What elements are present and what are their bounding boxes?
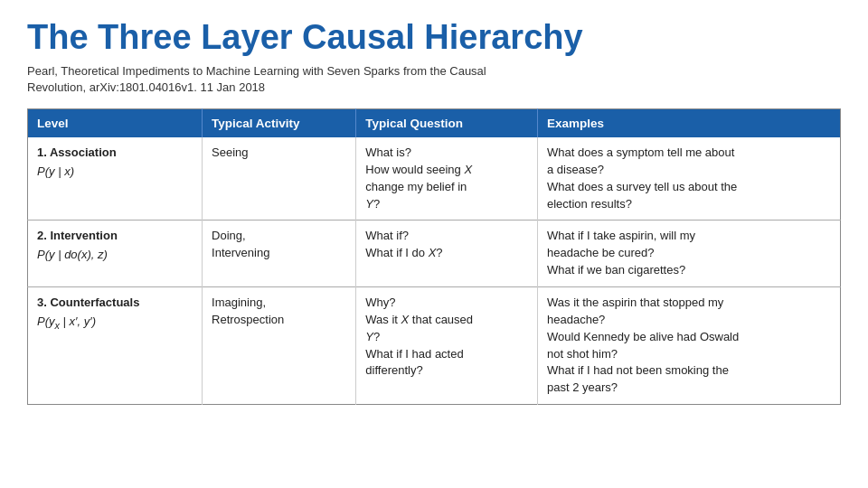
question-association: What is?How would seeing Xchange my beli… <box>356 137 538 221</box>
table-row: 1. Association P(y | x) Seeing What is?H… <box>28 137 841 221</box>
level-name-3: 3. Counterfactuals <box>37 295 193 312</box>
subtitle: Pearl, Theoretical Impediments to Machin… <box>27 63 841 96</box>
question-intervention: What if?What if I do X? <box>356 221 538 287</box>
level-formula-2: P(y | do(x), z) <box>37 248 108 261</box>
table-row: 3. Counterfactuals P(yx | x′, y′) Imagin… <box>28 286 841 404</box>
example-intervention: What if I take aspirin, will myheadache … <box>538 221 841 287</box>
level-counterfactuals: 3. Counterfactuals P(yx | x′, y′) <box>28 286 203 404</box>
activity-counterfactuals: Imagining,Retrospection <box>203 286 356 404</box>
example-association: What does a symptom tell me abouta disea… <box>538 137 841 221</box>
col-header-question: Typical Question <box>356 109 538 138</box>
level-association: 1. Association P(y | x) <box>28 137 203 221</box>
activity-association: Seeing <box>203 137 356 221</box>
subtitle-line1: Pearl, Theoretical Impediments to Machin… <box>27 64 486 78</box>
level-intervention: 2. Intervention P(y | do(x), z) <box>28 221 203 287</box>
question-counterfactuals: Why?Was it X that causedY?What if I had … <box>356 286 538 404</box>
table-row: 2. Intervention P(y | do(x), z) Doing,In… <box>28 221 841 287</box>
level-name-1: 1. Association <box>37 145 193 162</box>
page-title: The Three Layer Causal Hierarchy <box>27 18 841 58</box>
activity-intervention: Doing,Intervening <box>203 221 356 287</box>
subtitle-line2: Revolution, arXiv:1801.04016v1. 11 Jan 2… <box>27 80 265 94</box>
level-formula-3: P(yx | x′, y′) <box>37 314 96 328</box>
causal-hierarchy-table: Level Typical Activity Typical Question … <box>27 108 841 405</box>
level-name-2: 2. Intervention <box>37 228 193 245</box>
example-counterfactuals: Was it the aspirin that stopped myheadac… <box>538 286 841 404</box>
col-header-activity: Typical Activity <box>203 109 356 138</box>
col-header-level: Level <box>28 109 203 138</box>
level-formula-1: P(y | x) <box>37 164 74 178</box>
col-header-examples: Examples <box>538 109 841 138</box>
